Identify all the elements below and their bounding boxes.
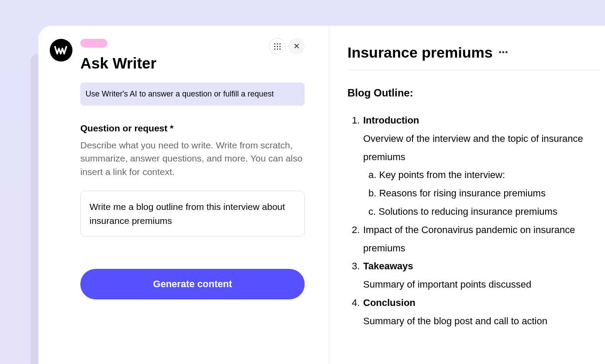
more-icon[interactable]: ••• [499,48,509,57]
info-box: Use Writer's AI to answer a question or … [80,82,305,106]
outline-body: Summary of the blog post and call to act… [363,312,601,330]
logo-icon [53,42,69,58]
shadow-decoration [31,54,38,364]
content-area: Use Writer's AI to answer a question or … [80,82,305,299]
generate-button[interactable]: Generate content [80,269,305,299]
main-card: ✕ Ask Writer Use Writer's AI to answer a… [38,26,605,364]
outline-title: Blog Outline: [347,87,601,99]
list-item: Introduction Overview of the interview a… [352,111,601,221]
category-pill [80,39,107,48]
outline-heading: Takeaways [363,261,413,271]
outline-heading: Conclusion [363,297,416,308]
field-label: Question or request * [80,123,305,134]
grid-icon [274,43,281,50]
outline-body: Impact of the Coronavirus pandemic on in… [363,221,601,258]
writer-logo [50,39,72,62]
right-panel: Insurance premiums ••• Blog Outline: Int… [329,26,605,364]
outline-list: Introduction Overview of the interview a… [347,111,601,330]
divider [347,70,601,70]
outline-heading: Introduction [363,115,419,126]
field-description: Describe what you need to write. Write f… [80,139,305,179]
list-item: Takeaways Summary of important points di… [352,257,601,294]
top-buttons: ✕ [269,38,305,55]
list-item: Impact of the Coronavirus pandemic on in… [352,221,601,258]
outline-body: Overview of the interview and the topic … [363,130,601,166]
question-input[interactable] [80,191,305,237]
outline-body: Summary of important points discussed [363,275,601,294]
app-title: Ask Writer [80,55,305,72]
sub-item: c. Solutions to reducing insurance premi… [368,203,601,221]
document-title: Insurance premiums [347,44,493,61]
list-item: Conclusion Summary of the blog post and … [352,294,601,330]
sub-item: a. Key points from the interview: [368,166,601,184]
logo-row: Ask Writer [50,39,305,82]
sub-item: b. Reasons for rising insurance premiums [368,184,601,203]
close-button[interactable]: ✕ [288,38,305,55]
close-icon: ✕ [293,41,300,51]
apps-button[interactable] [269,38,285,55]
doc-title-row: Insurance premiums ••• [347,44,601,61]
left-panel: ✕ Ask Writer Use Writer's AI to answer a… [38,26,329,364]
sub-list: a. Key points from the interview: b. Rea… [363,166,601,220]
